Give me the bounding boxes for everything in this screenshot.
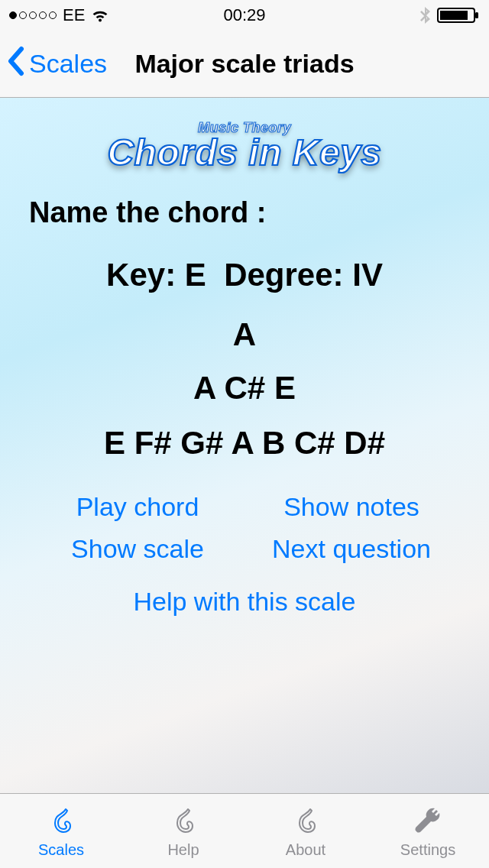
status-bar: EE 00:29 [0,0,489,31]
action-buttons: Play chord Show notes Show scale Next qu… [31,492,458,564]
next-question-button[interactable]: Next question [244,534,458,564]
tab-help[interactable]: Help [122,794,244,868]
show-notes-button[interactable]: Show notes [244,492,458,522]
question-prompt: Name the chord : [29,196,466,229]
tab-about[interactable]: About [244,794,367,868]
logo-title: Chords in Keys [107,131,381,173]
about-tab-icon [289,803,322,840]
chevron-left-icon [6,46,26,83]
key-degree-line: Key: E Degree: IV [23,257,466,293]
page-title: Major scale triads [134,49,354,79]
carrier-label: EE [63,5,85,25]
battery-icon [437,6,480,24]
help-tab-icon [167,803,200,840]
chord-notes: A C# E [23,370,466,406]
key-label: Key: [106,257,176,293]
tab-scales[interactable]: Scales [0,794,122,868]
tab-scales-label: Scales [38,841,84,859]
tab-bar: Scales Help About Settings [0,793,489,868]
key-value: E [185,257,206,293]
back-button[interactable]: Scales [6,46,107,83]
degree-value: IV [352,257,383,293]
bluetooth-icon [420,6,431,24]
play-chord-button[interactable]: Play chord [31,492,244,522]
status-time: 00:29 [223,5,265,25]
svg-rect-1 [440,11,468,20]
show-scale-button[interactable]: Show scale [31,534,244,564]
status-left: EE [9,5,109,25]
content-area: Music Theory Chords in Keys Name the cho… [0,98,489,793]
help-with-scale-button[interactable]: Help with this scale [23,587,466,617]
status-right [420,6,480,24]
settings-tab-icon [411,803,445,840]
answer-chord: A [23,316,466,353]
tab-settings[interactable]: Settings [367,794,489,868]
wifi-icon [91,8,109,23]
navigation-bar: Scales Major scale triads [0,31,489,98]
tab-help-label: Help [167,841,199,859]
scales-tab-icon [44,803,78,840]
degree-label: Degree: [224,257,343,293]
tab-settings-label: Settings [400,841,455,859]
signal-strength-icon [9,11,57,19]
tab-about-label: About [286,841,325,859]
svg-rect-2 [475,12,478,18]
back-label: Scales [29,49,107,79]
scale-notes: E F# G# A B C# D# [23,425,466,462]
app-logo: Music Theory Chords in Keys [23,121,466,173]
